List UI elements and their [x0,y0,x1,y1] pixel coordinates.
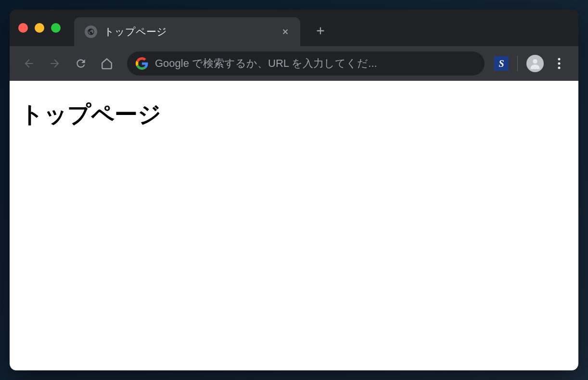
google-icon [136,57,148,70]
minimize-window-button[interactable] [35,23,44,33]
close-window-button[interactable] [18,23,28,33]
svg-point-2 [558,63,561,65]
reload-button[interactable] [70,53,91,74]
address-bar[interactable] [127,51,485,76]
window-controls [18,23,61,33]
svg-point-1 [558,58,561,61]
tab-title: トップページ [104,25,272,38]
forward-button[interactable] [44,53,65,74]
browser-tab[interactable]: トップページ [74,17,300,46]
page-content: トップページ [10,81,578,370]
menu-button[interactable] [549,53,570,74]
svg-point-0 [533,59,537,63]
toolbar: S [10,46,578,81]
maximize-window-button[interactable] [51,23,61,33]
tab-bar: トップページ [10,10,578,46]
new-tab-button[interactable] [311,21,330,40]
home-button[interactable] [96,53,117,74]
extension-label: S [499,58,504,69]
back-button[interactable] [18,53,39,74]
svg-point-3 [558,67,561,69]
globe-icon [85,25,97,38]
address-input[interactable] [155,57,476,70]
page-heading: トップページ [20,99,568,130]
close-tab-button[interactable] [279,25,292,38]
browser-window: トップページ [10,10,578,370]
extension-button[interactable]: S [494,56,509,71]
profile-button[interactable] [526,55,544,72]
toolbar-divider [517,56,518,71]
